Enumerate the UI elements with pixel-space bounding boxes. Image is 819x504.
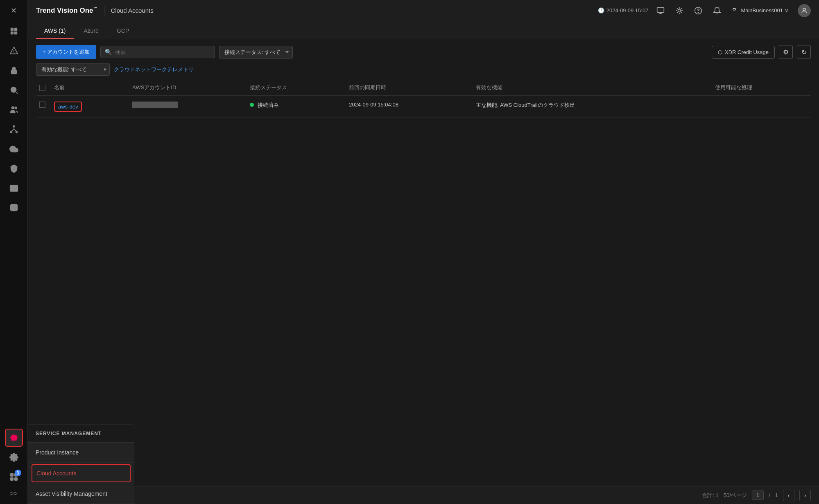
tab-aws[interactable]: AWS (1) (36, 23, 74, 39)
feature-filter-wrap: 有効な機能: すべて ▾ (36, 63, 110, 76)
svg-point-31 (678, 9, 681, 12)
svg-point-12 (15, 107, 17, 109)
header-divider (104, 6, 104, 16)
notifications-icon[interactable]: 3 (5, 468, 23, 486)
tab-azure[interactable]: Azure (75, 23, 107, 39)
logo-text: Trend Vision One (36, 7, 93, 14)
svg-point-22 (11, 435, 17, 441)
account-id-text: ████████████ (132, 102, 178, 108)
header: Trend Vision One™ Cloud Accounts 🕐 2024-… (28, 0, 819, 21)
more-icon[interactable]: >> (7, 487, 21, 501)
svg-rect-24 (10, 474, 13, 476)
xdr-credit-usage-button[interactable]: ⬡ XDR Credit Usage (712, 46, 775, 59)
popup-item-cloud-accounts[interactable]: Cloud Accounts (32, 464, 131, 482)
help-icon[interactable] (692, 4, 705, 17)
add-account-button[interactable]: + アカウントを追加 (36, 45, 96, 59)
col-actions: 使用可能な処理 (712, 80, 811, 96)
email-icon[interactable] (5, 179, 23, 197)
monitor-icon[interactable] (654, 4, 667, 17)
alert-icon[interactable] (5, 42, 23, 60)
popup-header: SERVICE MANAGEMENT (28, 425, 134, 443)
col-checkbox (36, 80, 51, 96)
user-menu[interactable]: MainBusiness001 ∨ (729, 6, 792, 16)
settings-button[interactable]: ⚙ (779, 45, 793, 59)
next-page-button[interactable]: › (799, 490, 811, 501)
svg-rect-27 (14, 478, 17, 480)
header-title: Cloud Accounts (111, 7, 154, 14)
xdr-label: XDR Credit Usage (725, 49, 769, 55)
user-avatar[interactable] (798, 4, 811, 17)
last-sync-text: 2024-09-09 15:04:08 (349, 102, 398, 108)
page-separator: / (769, 492, 770, 498)
account-name-link[interactable]: aws-dev (54, 102, 82, 112)
sync-icon[interactable] (673, 4, 686, 17)
close-icon[interactable]: ✕ (7, 3, 21, 18)
service-management-icon[interactable] (5, 429, 23, 447)
table-body: aws-dev ████████████ 接続済み 2024-09-09 15:… (36, 96, 811, 118)
cloud-icon[interactable] (5, 140, 23, 158)
row-checkbox[interactable] (39, 102, 45, 108)
row-account-id-cell: ████████████ (129, 96, 247, 118)
accounts-table: 名前 AWSアカウントID 接続ステータス 前回の同期日時 有効な機能 使用可能… (36, 80, 811, 118)
row-actions-cell (712, 96, 811, 118)
footer: 合計: 1 50/ページ 1 / 1 ‹ › (28, 486, 819, 504)
features-text: 主な機能, AWS CloudTrailのクラウド検出 (476, 102, 575, 108)
header-time: 🕐 2024-09-09 15:07 (598, 7, 649, 14)
toolbar: + アカウントを追加 🔍 接続ステータス: すべて 接続済み 未接続 ⬡ XDR… (28, 39, 819, 59)
svg-line-9 (16, 92, 18, 94)
svg-rect-0 (10, 28, 13, 31)
select-all-checkbox[interactable] (39, 85, 45, 91)
sidebar: ✕ 3 >> (0, 0, 28, 504)
page-number: 1 (752, 490, 764, 500)
svg-rect-26 (10, 478, 13, 480)
prev-page-button[interactable]: ‹ (783, 490, 794, 501)
svg-rect-2 (10, 32, 13, 34)
header-actions: 🕐 2024-09-09 15:07 MainBusiness001 ∨ (598, 4, 811, 17)
tab-gcp[interactable]: GCP (109, 23, 137, 39)
search-input[interactable] (115, 49, 210, 55)
page-total: 1 (775, 492, 778, 498)
per-page-text: 50/ページ (724, 492, 747, 499)
svg-point-14 (10, 131, 12, 133)
row-status-cell: 接続済み (247, 96, 346, 118)
network-telemetry-link[interactable]: クラウドネットワークテレメトリ (114, 66, 194, 73)
total-text: 合計: 1 (702, 492, 718, 499)
clock-icon: 🕐 (598, 7, 604, 14)
svg-point-13 (13, 126, 15, 127)
row-checkbox-cell (36, 96, 51, 118)
bell-icon[interactable] (710, 4, 724, 17)
user-caret: ∨ (785, 7, 789, 14)
hierarchy-icon[interactable] (5, 120, 23, 138)
dashboard-icon[interactable] (5, 22, 23, 40)
svg-point-35 (803, 8, 805, 11)
connection-status-filter[interactable]: 接続ステータス: すべて 接続済み 未接続 (219, 46, 293, 59)
svg-line-17 (11, 129, 14, 131)
svg-rect-7 (11, 70, 16, 74)
refresh-button[interactable]: ↻ (797, 45, 811, 59)
popup-item-asset-visibility[interactable]: Asset Visibility Management (28, 484, 134, 504)
svg-point-15 (16, 131, 17, 133)
logo-tm: ™ (93, 6, 97, 11)
search-person-icon[interactable] (5, 81, 23, 99)
storage-icon[interactable] (5, 199, 23, 217)
xdr-icon: ⬡ (718, 49, 722, 55)
popup-item-product-instance[interactable]: Product Instance (28, 443, 134, 463)
app-logo: Trend Vision One™ (36, 6, 97, 15)
table-header: 名前 AWSアカウントID 接続ステータス 前回の同期日時 有効な機能 使用可能… (36, 80, 811, 96)
col-account-id: AWSアカウントID (129, 80, 247, 96)
tabs-bar: AWS (1) Azure GCP (28, 21, 819, 39)
feature-filter[interactable]: 有効な機能: すべて (36, 63, 110, 76)
col-status: 接続ステータス (247, 80, 346, 96)
service-management-popup: SERVICE MANAGEMENT Product Instance Clou… (28, 425, 134, 504)
svg-rect-1 (14, 28, 17, 31)
row-sync-cell: 2024-09-09 15:04:08 (346, 96, 473, 118)
username: MainBusiness001 (741, 7, 783, 14)
shield-icon[interactable] (5, 160, 23, 178)
svg-line-18 (14, 129, 16, 131)
settings-icon[interactable] (5, 448, 23, 466)
row-features-cell: 主な機能, AWS CloudTrailのクラウド検出 (473, 96, 712, 118)
user-group-icon[interactable] (5, 101, 23, 119)
search-icon: 🔍 (105, 49, 112, 55)
lock-icon[interactable] (5, 61, 23, 79)
svg-rect-3 (14, 32, 17, 34)
